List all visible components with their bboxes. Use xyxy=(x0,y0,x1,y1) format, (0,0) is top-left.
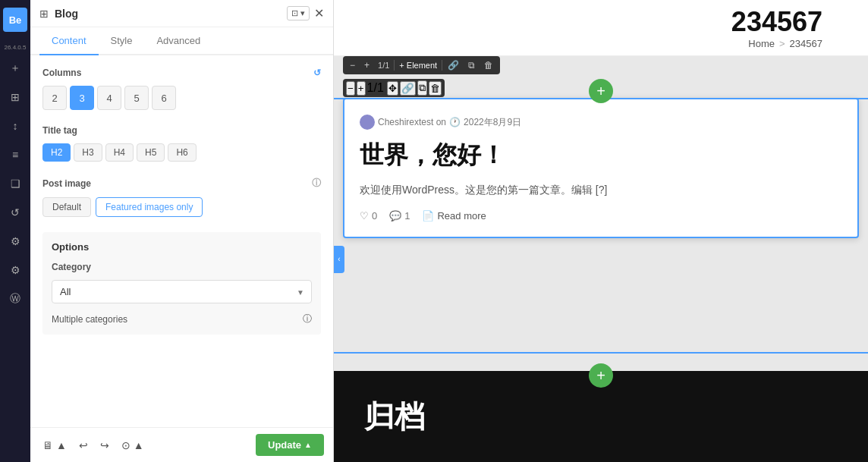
et-link-btn-2[interactable]: 🔗 xyxy=(400,81,416,96)
left-sidebar: Be 26.4.0.5 ＋ ⊞ ↕ ≡ ❑ ↺ ⚙ ⚙ Ⓦ xyxy=(0,0,30,462)
et-plus-btn-1[interactable]: + xyxy=(360,58,373,73)
column-btn-6[interactable]: 6 xyxy=(152,86,176,110)
multiple-categories-row: Multiple categories ⓘ xyxy=(52,313,312,325)
et-minus-btn-1[interactable]: − xyxy=(346,58,359,73)
column-btn-3[interactable]: 3 xyxy=(70,86,94,110)
columns-label: Columns ↺ xyxy=(42,68,321,78)
column-btn-2[interactable]: 2 xyxy=(42,86,67,110)
tab-style[interactable]: Style xyxy=(99,27,145,55)
et-divider-1 xyxy=(394,60,395,71)
brand-logo[interactable]: Be xyxy=(3,8,27,32)
panel-header: ⊞ Blog ⊡ ▾ ✕ xyxy=(30,0,333,27)
comment-icon: 💬 xyxy=(389,210,401,222)
sidebar-icon-grid[interactable]: ⊞ xyxy=(4,86,27,108)
sidebar-icon-refresh[interactable]: ↺ xyxy=(4,201,27,224)
et-link-btn-1[interactable]: 🔗 xyxy=(444,58,463,73)
top-bar: 234567 Home > 234567 xyxy=(334,0,868,56)
settings-panel: ⊞ Blog ⊡ ▾ ✕ Content Style Advanced Colu… xyxy=(30,0,334,462)
image-opt-featured[interactable]: Featured images only xyxy=(96,197,203,217)
heart-icon: ♡ xyxy=(360,210,369,222)
author-avatar xyxy=(360,115,375,130)
category-control: Category All ▼ xyxy=(52,262,312,303)
version-badge: 26.4.0.5 xyxy=(5,44,27,51)
options-section: Options Category All ▼ Multiple categori… xyxy=(42,232,321,335)
tab-content[interactable]: Content xyxy=(39,27,99,55)
et-plus-btn-2[interactable]: + xyxy=(357,81,366,96)
multiple-categories-info-icon[interactable]: ⓘ xyxy=(303,313,312,325)
column-btn-5[interactable]: 5 xyxy=(124,86,149,110)
sidebar-icon-layers2[interactable]: ❑ xyxy=(4,172,27,195)
category-select[interactable]: All xyxy=(52,280,312,303)
preview-btn[interactable]: ⊙ ▲ xyxy=(118,436,147,454)
tag-btn-h6[interactable]: H6 xyxy=(168,143,196,162)
et-delete-btn-1[interactable]: 🗑 xyxy=(480,58,497,73)
post-excerpt: 欢迎使用WordPress。这是您的第一篇文章。编辑 [?] xyxy=(360,181,842,198)
post-meta: Cheshirextest on 🕐 2022年8月9日 xyxy=(360,115,842,130)
category-label: Category xyxy=(52,262,312,272)
breadcrumb-current: 234567 xyxy=(790,38,822,49)
panel-content: Columns ↺ 2 3 4 5 6 Title tag H2 H3 H4 H… xyxy=(30,55,333,427)
image-opt-default[interactable]: Default xyxy=(42,197,91,217)
post-image-label: Post image ⓘ xyxy=(42,177,321,190)
breadcrumb-home[interactable]: Home xyxy=(748,38,775,49)
main-content: 234567 Home > 234567 − + 1/1 + Element 🔗… xyxy=(334,0,868,462)
tag-btn-h2[interactable]: H2 xyxy=(42,143,71,162)
desktop-view-btn[interactable]: 🖥 ▲ xyxy=(39,436,70,454)
editor-canvas: − + 1/1 + Element 🔗 ⧉ 🗑 − + 1/1 ✥ 🔗 ⧉ 🗑 … xyxy=(334,56,868,462)
et-delete-btn-2[interactable]: 🗑 xyxy=(429,81,442,96)
undo-btn[interactable]: ↩ xyxy=(76,436,91,454)
title-tag-control: Title tag H2 H3 H4 H5 H6 xyxy=(42,125,321,162)
tab-advanced[interactable]: Advanced xyxy=(144,27,212,55)
sidebar-icon-plus[interactable]: ＋ xyxy=(4,57,27,80)
tag-btn-h3[interactable]: H3 xyxy=(74,143,102,162)
likes-count: 0 xyxy=(372,210,377,222)
breadcrumb-separator: > xyxy=(779,38,785,49)
et-divider-2 xyxy=(442,60,442,71)
panel-close-button[interactable]: ✕ xyxy=(314,6,324,20)
sidebar-icon-layers[interactable]: ≡ xyxy=(4,143,27,166)
panel-layout-btn[interactable]: ⊡ ▾ xyxy=(287,6,310,20)
breadcrumb: Home > 234567 xyxy=(748,38,822,49)
post-image-control: Post image ⓘ Default Featured images onl… xyxy=(42,177,321,217)
columns-control: Columns ↺ 2 3 4 5 6 xyxy=(42,68,321,110)
et-copy-btn-2[interactable]: ⧉ xyxy=(417,80,427,96)
add-element-bottom-button[interactable]: + xyxy=(589,363,613,388)
category-select-wrapper: All ▼ xyxy=(52,280,312,303)
et-move-btn[interactable]: ✥ xyxy=(387,81,398,96)
post-comments: 💬 1 xyxy=(389,210,410,222)
sidebar-icon-sliders[interactable]: ⚙ xyxy=(4,230,27,253)
columns-reset-icon[interactable]: ↺ xyxy=(313,68,321,78)
comments-count: 1 xyxy=(404,210,410,222)
panel-title: Blog xyxy=(55,8,281,20)
sidebar-icon-wp[interactable]: Ⓦ xyxy=(4,288,27,310)
post-title: 世界，您好！ xyxy=(360,139,842,172)
element-toolbar-top: − + 1/1 + Element 🔗 ⧉ 🗑 xyxy=(343,56,500,74)
add-element-top-button[interactable]: + xyxy=(589,79,613,103)
options-title: Options xyxy=(52,241,312,253)
post-date: 2022年8月9日 xyxy=(464,116,521,129)
et-minus-btn-2[interactable]: − xyxy=(346,81,355,96)
collapse-handle[interactable]: ‹ xyxy=(334,246,344,273)
blue-line-bottom xyxy=(334,352,868,354)
et-copy-btn-1[interactable]: ⧉ xyxy=(464,58,479,73)
sidebar-icon-arrows[interactable]: ↕ xyxy=(4,115,27,137)
post-read-more[interactable]: 📄 Read more xyxy=(422,210,486,222)
column-btn-4[interactable]: 4 xyxy=(97,86,121,110)
tag-btn-h4[interactable]: H4 xyxy=(105,143,134,162)
update-dropdown-arrow: ▲ xyxy=(304,441,312,449)
panel-icon-grid: ⊞ xyxy=(39,8,49,20)
sidebar-icon-settings[interactable]: ⚙ xyxy=(4,259,27,281)
et-element-btn-1[interactable]: + Element xyxy=(396,59,440,71)
post-image-info-icon[interactable]: ⓘ xyxy=(312,177,321,190)
element-toolbar-bottom: − + 1/1 ✥ 🔗 ⧉ 🗑 xyxy=(343,79,445,97)
tag-row: H2 H3 H4 H5 H6 xyxy=(42,143,321,162)
panel-tabs: Content Style Advanced xyxy=(30,27,333,55)
archive-text: 归档 xyxy=(364,396,425,438)
redo-btn[interactable]: ↪ xyxy=(97,436,112,454)
tag-btn-h5[interactable]: H5 xyxy=(137,143,165,162)
page-number: 234567 xyxy=(731,6,822,38)
post-footer: ♡ 0 💬 1 📄 Read more xyxy=(360,210,842,222)
document-icon: 📄 xyxy=(422,210,434,222)
update-button[interactable]: Update ▲ xyxy=(256,434,324,456)
image-options-row: Default Featured images only xyxy=(42,197,321,217)
